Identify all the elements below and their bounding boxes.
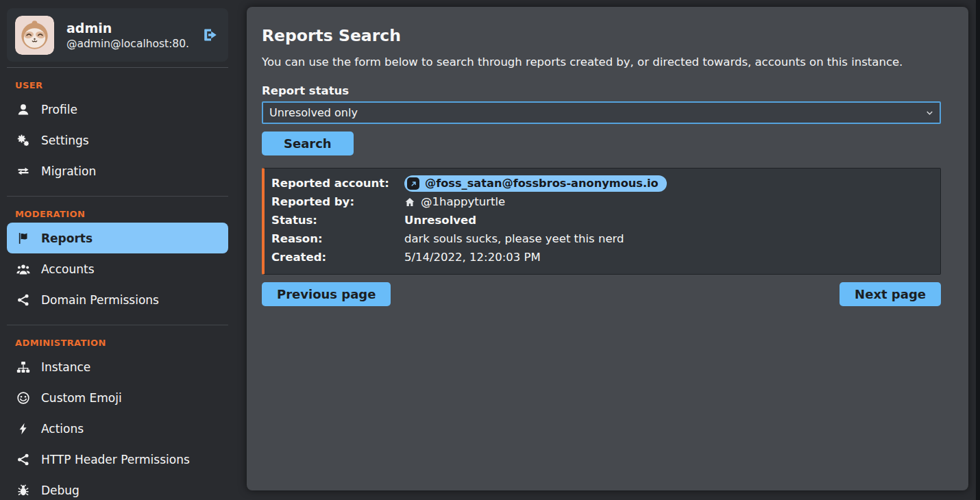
report-grid: Reported account: @foss_satan@fossbros-a… bbox=[271, 175, 933, 266]
reason-value: dark souls sucks, please yeet this nerd bbox=[404, 230, 933, 248]
sidebar-item-label: Settings bbox=[41, 134, 89, 147]
sidebar: admin @admin@localhost:80... USER Profil… bbox=[0, 0, 236, 500]
previous-page-button[interactable]: Previous page bbox=[262, 282, 391, 306]
user-handle: @admin@localhost:80... bbox=[66, 38, 188, 50]
sidebar-item-profile[interactable]: Profile bbox=[7, 94, 228, 125]
sidebar-item-label: Instance bbox=[41, 360, 90, 374]
sitemap-icon bbox=[16, 360, 31, 374]
status-value: Unresolved bbox=[404, 212, 933, 229]
user-card[interactable]: admin @admin@localhost:80... bbox=[7, 8, 228, 62]
sidebar-item-instance[interactable]: Instance bbox=[7, 351, 228, 382]
gears-icon bbox=[16, 134, 31, 147]
reported-by-handle: @1happyturtle bbox=[421, 193, 505, 211]
reports-search-panel: Reports Search You can use the form belo… bbox=[247, 7, 968, 490]
user-card-wrap: admin @admin@localhost:80... bbox=[7, 8, 228, 68]
reason-label: Reason: bbox=[271, 230, 404, 248]
smiley-icon bbox=[16, 391, 31, 405]
main-wrap: Reports Search You can use the form belo… bbox=[247, 7, 968, 490]
section-header-moderation: MODERATION bbox=[15, 209, 228, 219]
sign-out-icon bbox=[202, 27, 219, 43]
created-label: Created: bbox=[271, 249, 404, 266]
sidebar-section-moderation: MODERATION Reports Accounts bbox=[7, 197, 228, 325]
flag-icon bbox=[16, 232, 31, 245]
created-value: 5/14/2022, 12:20:03 PM bbox=[404, 249, 933, 266]
report-status-select-wrap: Unresolved only bbox=[262, 101, 941, 124]
reported-account-label: Reported account: bbox=[271, 175, 404, 192]
sidebar-item-label: Accounts bbox=[41, 262, 95, 276]
users-icon bbox=[16, 262, 31, 276]
page-title: Reports Search bbox=[262, 26, 941, 45]
scrollbar[interactable] bbox=[976, 0, 980, 500]
sidebar-item-http-header-permissions[interactable]: HTTP Header Permissions bbox=[7, 444, 228, 475]
sidebar-item-label: Actions bbox=[41, 422, 84, 436]
sidebar-item-migration[interactable]: Migration bbox=[7, 155, 228, 186]
sidebar-item-label: HTTP Header Permissions bbox=[41, 453, 190, 466]
sidebar-item-label: Migration bbox=[41, 164, 96, 178]
bolt-icon bbox=[16, 422, 31, 436]
report-card[interactable]: Reported account: @foss_satan@fossbros-a… bbox=[262, 168, 941, 275]
sloth-avatar bbox=[15, 16, 54, 55]
sidebar-item-accounts[interactable]: Accounts bbox=[7, 253, 228, 284]
reported-by-value: @1happyturtle bbox=[404, 193, 933, 211]
share-nodes-icon bbox=[16, 453, 31, 466]
search-button[interactable]: Search bbox=[262, 132, 354, 155]
section-header-user: USER bbox=[15, 80, 228, 90]
bug-icon bbox=[16, 484, 31, 497]
external-link-icon bbox=[407, 177, 419, 190]
section-header-administration: ADMINISTRATION bbox=[15, 338, 228, 348]
share-nodes-icon bbox=[16, 293, 31, 307]
sidebar-item-label: Domain Permissions bbox=[41, 293, 159, 307]
report-status-select[interactable]: Unresolved only bbox=[262, 101, 941, 124]
sidebar-section-user: USER Profile Settings Migration bbox=[7, 68, 228, 197]
sidebar-item-settings[interactable]: Settings bbox=[7, 125, 228, 155]
status-label: Status: bbox=[271, 212, 404, 229]
sidebar-item-custom-emoji[interactable]: Custom Emoji bbox=[7, 382, 228, 413]
report-status-label: Report status bbox=[262, 84, 941, 97]
username: admin bbox=[66, 20, 188, 38]
user-meta: admin @admin@localhost:80... bbox=[66, 20, 188, 50]
home-icon bbox=[404, 197, 415, 208]
reported-account-handle: @foss_satan@fossbros-anonymous.io bbox=[425, 176, 659, 191]
reported-account-link[interactable]: @foss_satan@fossbros-anonymous.io bbox=[404, 175, 667, 192]
sidebar-item-label: Reports bbox=[41, 232, 93, 245]
sidebar-item-debug[interactable]: Debug bbox=[7, 475, 228, 500]
sidebar-item-label: Debug bbox=[41, 484, 79, 497]
user-icon bbox=[16, 103, 31, 116]
reported-account-value: @foss_satan@fossbros-anonymous.io bbox=[404, 175, 933, 192]
sidebar-item-label: Custom Emoji bbox=[41, 391, 122, 405]
sidebar-item-domain-permissions[interactable]: Domain Permissions bbox=[7, 284, 228, 315]
pagination: Previous page Next page bbox=[262, 282, 941, 306]
transfer-arrows-icon bbox=[16, 164, 31, 178]
next-page-button[interactable]: Next page bbox=[840, 282, 941, 306]
reported-by-label: Reported by: bbox=[271, 193, 404, 211]
page-description: You can use the form below to search thr… bbox=[262, 55, 941, 68]
sidebar-item-reports[interactable]: Reports bbox=[7, 223, 228, 253]
sidebar-item-actions[interactable]: Actions bbox=[7, 413, 228, 444]
sidebar-section-administration: ADMINISTRATION Instance bbox=[7, 325, 228, 500]
sidebar-item-label: Profile bbox=[41, 103, 77, 116]
logout-button[interactable] bbox=[201, 25, 220, 45]
